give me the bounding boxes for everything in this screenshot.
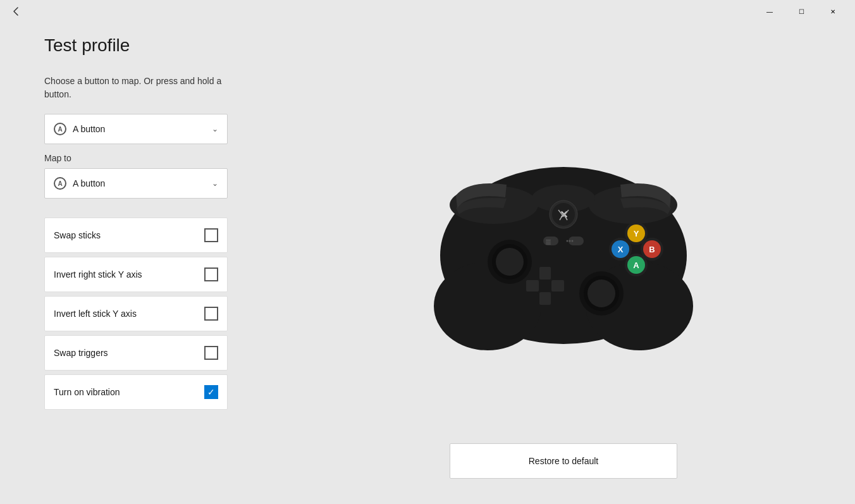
svg-point-19 [496, 248, 524, 276]
restore-default-button[interactable]: Restore to default [450, 443, 677, 479]
svg-point-22 [587, 280, 615, 307]
back-button[interactable] [8, 3, 25, 20]
turn-on-vibration-checkbox[interactable]: ✓ [204, 385, 218, 399]
window-controls: — ☐ ✕ [755, 3, 847, 20]
controller-image: ✕ [399, 104, 728, 369]
controller-area: ✕ [297, 29, 830, 443]
svg-rect-27 [551, 280, 564, 292]
maximize-button[interactable]: ☐ [787, 3, 816, 20]
title-bar: — ☐ ✕ [0, 0, 855, 23]
invert-right-stick-label: Invert right stick Y axis [54, 269, 142, 280]
invert-right-stick-checkbox[interactable] [204, 267, 218, 281]
minimize-icon: — [766, 8, 773, 15]
maximize-icon: ☐ [799, 8, 804, 15]
swap-sticks-checkbox[interactable] [204, 228, 218, 242]
map-to-chevron-icon: ⌄ [212, 179, 218, 188]
close-icon: ✕ [830, 8, 835, 15]
button-select-dropdown[interactable]: A A button ⌄ [44, 114, 228, 144]
svg-point-11 [567, 240, 569, 242]
svg-text:X: X [618, 245, 624, 254]
swap-sticks-label: Swap sticks [54, 230, 101, 240]
button-select-container: A A button ⌄ [44, 114, 297, 144]
swap-triggers-label: Swap triggers [54, 348, 108, 358]
title-bar-left [8, 3, 25, 20]
turn-on-vibration-label: Turn on vibration [54, 387, 120, 397]
map-to-a-icon: A [54, 177, 66, 190]
svg-text:B: B [649, 245, 655, 254]
checkmark-icon: ✓ [207, 388, 215, 396]
chevron-down-icon: ⌄ [212, 125, 218, 133]
svg-rect-14 [546, 240, 551, 241]
a-button-icon: A [54, 123, 66, 135]
main-layout: Test profile Choose a button to map. Or … [0, 23, 855, 504]
right-panel: ✕ [297, 29, 830, 491]
map-to-dropdown[interactable]: A A button ⌄ [44, 168, 228, 199]
instruction-text: Choose a button to map. Or press and hol… [44, 75, 228, 101]
dropdown-left: A A button [54, 123, 105, 135]
svg-rect-26 [526, 280, 539, 292]
map-to-label: Map to [44, 153, 297, 163]
page-title: Test profile [44, 35, 297, 56]
turn-on-vibration-row[interactable]: Turn on vibration ✓ [44, 374, 228, 410]
dropdown-label: A button [73, 124, 105, 134]
invert-left-stick-row[interactable]: Invert left stick Y axis [44, 296, 228, 331]
svg-rect-9 [543, 237, 558, 245]
back-icon [11, 6, 22, 16]
minimize-button[interactable]: — [755, 3, 784, 20]
swap-triggers-row[interactable]: Swap triggers [44, 335, 228, 371]
svg-rect-10 [569, 237, 584, 245]
swap-triggers-checkbox[interactable] [204, 346, 218, 360]
svg-rect-23 [537, 278, 553, 294]
checkboxes-section: Swap sticks Invert right stick Y axis In… [44, 218, 297, 410]
svg-rect-16 [546, 243, 551, 245]
map-to-dropdown-label: A button [73, 178, 105, 188]
invert-left-stick-checkbox[interactable] [204, 307, 218, 321]
svg-text:Y: Y [634, 229, 639, 238]
left-panel: Test profile Choose a button to map. Or … [44, 29, 297, 491]
svg-rect-24 [539, 267, 551, 280]
xbox-controller-svg: ✕ [405, 116, 722, 357]
svg-rect-15 [546, 242, 551, 243]
map-to-dropdown-left: A A button [54, 177, 105, 190]
restore-default-label: Restore to default [529, 456, 599, 466]
swap-sticks-row[interactable]: Swap sticks [44, 218, 228, 253]
invert-right-stick-row[interactable]: Invert right stick Y axis [44, 257, 228, 292]
svg-point-12 [569, 240, 571, 242]
close-button[interactable]: ✕ [818, 3, 847, 20]
map-to-container: A A button ⌄ [44, 168, 297, 199]
svg-point-13 [572, 240, 574, 242]
svg-text:A: A [633, 261, 639, 270]
invert-left-stick-label: Invert left stick Y axis [54, 309, 137, 319]
svg-rect-25 [539, 292, 551, 305]
